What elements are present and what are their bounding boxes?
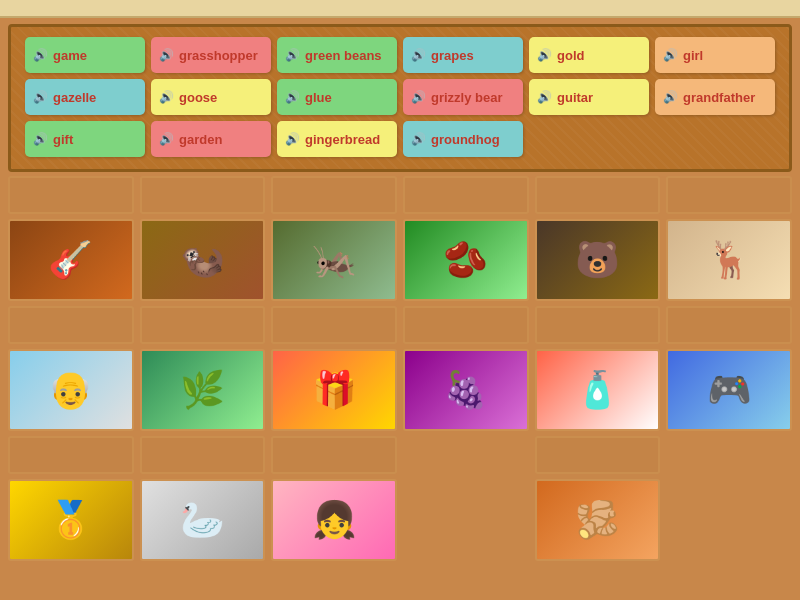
gazelle-image: 🦌 [668,221,790,299]
word-label: green beans [305,48,382,63]
word-card-grandfather[interactable]: 🔊grandfather [655,79,775,115]
word-card-gingerbread[interactable]: 🔊gingerbread [277,121,397,157]
image-game[interactable]: 🎮 [666,349,792,431]
top-banner [0,0,800,18]
word-card-guitar[interactable]: 🔊guitar [529,79,649,115]
word-label: gingerbread [305,132,380,147]
word-card-grasshopper[interactable]: 🔊grasshopper [151,37,271,73]
glue-image: 🧴 [537,351,659,429]
label-slot-glue[interactable] [535,306,661,344]
speaker-icon: 🔊 [411,132,426,146]
word-label: grandfather [683,90,755,105]
image-gold[interactable]: 🥇 [8,479,134,561]
word-card-gift[interactable]: 🔊gift [25,121,145,157]
gold-image: 🥇 [10,481,132,559]
grasshopper-image: 🦗 [273,221,395,299]
speaker-icon: 🔊 [537,90,552,104]
label-slot-gold[interactable] [8,436,134,474]
game-image: 🎮 [668,351,790,429]
image-gazelle[interactable]: 🦌 [666,219,792,301]
label-row-1 [8,176,792,214]
image-guitar[interactable]: 🎸 [8,219,134,301]
gift-image: 🎁 [273,351,395,429]
label-slot-garden[interactable] [140,306,266,344]
image-goose[interactable]: 🦢 [140,479,266,561]
label-slot-groundhog[interactable] [140,176,266,214]
image-row-1: 🎸 🦦 🦗 🫘 🐻 🦌 [8,219,792,301]
label-slot-grasshopper[interactable] [271,176,397,214]
word-label: goose [179,90,217,105]
image-groundhog[interactable]: 🦦 [140,219,266,301]
greenbeans-image: 🫘 [405,221,527,299]
label-slot-grizzly[interactable] [535,176,661,214]
word-card-goose[interactable]: 🔊goose [151,79,271,115]
word-card-groundhog[interactable]: 🔊groundhog [403,121,523,157]
label-slot-girl[interactable] [271,436,397,474]
label-slot-empty2[interactable] [666,436,792,474]
image-gift[interactable]: 🎁 [271,349,397,431]
word-cards-area: 🔊game🔊grasshopper🔊green beans🔊grapes🔊gol… [8,24,792,172]
speaker-icon: 🔊 [33,132,48,146]
speaker-icon: 🔊 [663,48,678,62]
image-glue[interactable]: 🧴 [535,349,661,431]
groundhog-image: 🦦 [142,221,264,299]
speaker-icon: 🔊 [285,90,300,104]
garden-image: 🌿 [142,351,264,429]
speaker-icon: 🔊 [285,132,300,146]
word-label: gazelle [53,90,96,105]
word-card-grizzly-bear[interactable]: 🔊grizzly bear [403,79,523,115]
word-card-gazelle[interactable]: 🔊gazelle [25,79,145,115]
image-girl[interactable]: 👧 [271,479,397,561]
speaker-icon: 🔊 [159,132,174,146]
label-slot-empty1[interactable] [403,436,529,474]
gingerbread-image: 🫚 [537,481,659,559]
word-card-gold[interactable]: 🔊gold [529,37,649,73]
label-row-3 [8,436,792,474]
image-grizzly[interactable]: 🐻 [535,219,661,301]
word-card-garden[interactable]: 🔊garden [151,121,271,157]
guitar-image: 🎸 [10,221,132,299]
speaker-icon: 🔊 [33,90,48,104]
label-slot-game[interactable] [666,306,792,344]
image-garden[interactable]: 🌿 [140,349,266,431]
label-slot-greenbeans[interactable] [403,176,529,214]
label-slot-grapes[interactable] [403,306,529,344]
grandfather-image: 👴 [10,351,132,429]
goose-image: 🦢 [142,481,264,559]
word-card-green-beans[interactable]: 🔊green beans [277,37,397,73]
word-card-grapes[interactable]: 🔊grapes [403,37,523,73]
label-slot-gift[interactable] [271,306,397,344]
image-empty2 [666,479,792,561]
word-card-girl[interactable]: 🔊girl [655,37,775,73]
speaker-icon: 🔊 [411,48,426,62]
speaker-icon: 🔊 [33,48,48,62]
speaker-icon: 🔊 [285,48,300,62]
word-label: glue [305,90,332,105]
image-gingerbread[interactable]: 🫚 [535,479,661,561]
speaker-icon: 🔊 [537,48,552,62]
word-label: grapes [431,48,474,63]
label-slot-gazelle[interactable] [666,176,792,214]
label-slot-gingerbread[interactable] [535,436,661,474]
speaker-icon: 🔊 [411,90,426,104]
image-row-2: 👴 🌿 🎁 🍇 🧴 🎮 [8,349,792,431]
word-card-glue[interactable]: 🔊glue [277,79,397,115]
word-cards-grid: 🔊game🔊grasshopper🔊green beans🔊grapes🔊gol… [25,37,775,157]
word-label: garden [179,132,222,147]
word-label: grizzly bear [431,90,503,105]
word-label: gold [557,48,584,63]
label-slot-goose[interactable] [140,436,266,474]
label-slot-guitar[interactable] [8,176,134,214]
image-grasshopper[interactable]: 🦗 [271,219,397,301]
image-grandfather[interactable]: 👴 [8,349,134,431]
word-label: guitar [557,90,593,105]
image-greenbeans[interactable]: 🫘 [403,219,529,301]
word-label: gift [53,132,73,147]
image-grapes[interactable]: 🍇 [403,349,529,431]
image-empty1 [403,479,529,561]
word-card-game[interactable]: 🔊game [25,37,145,73]
image-row-3: 🥇 🦢 👧 🫚 [8,479,792,561]
label-slot-grandfather[interactable] [8,306,134,344]
word-label: girl [683,48,703,63]
speaker-icon: 🔊 [663,90,678,104]
